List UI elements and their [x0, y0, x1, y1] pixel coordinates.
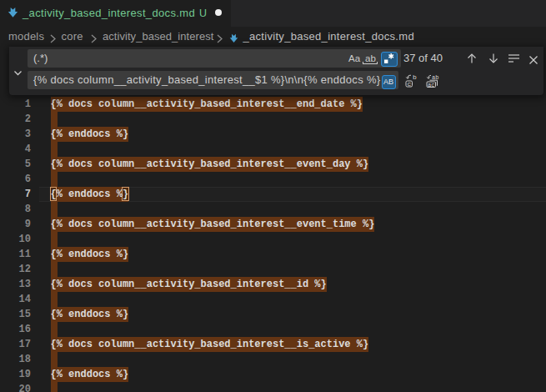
svg-text:ab: ab: [432, 74, 438, 81]
svg-text:c: c: [407, 80, 411, 88]
svg-text:b: b: [413, 73, 417, 81]
svg-text:ac: ac: [428, 82, 434, 88]
